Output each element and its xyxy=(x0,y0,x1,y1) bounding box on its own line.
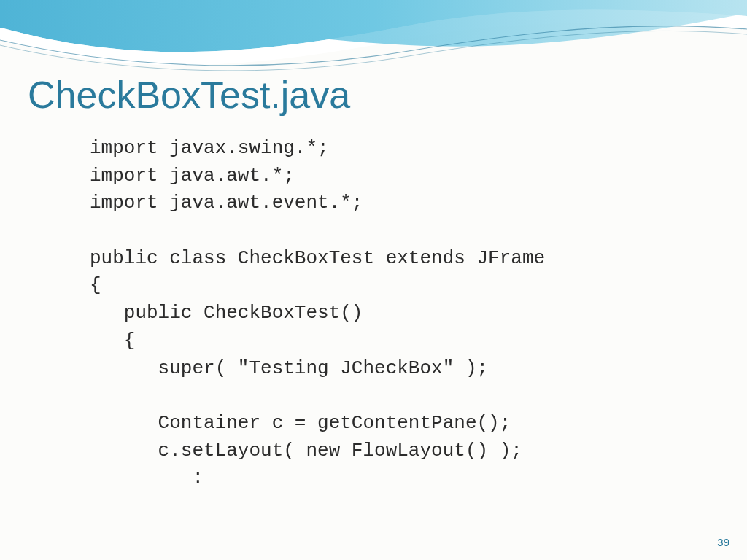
page-number: 39 xyxy=(717,536,729,548)
code-line: import java.awt.*; xyxy=(90,165,295,187)
code-line: : xyxy=(90,467,204,489)
code-line: c.setLayout( new FlowLayout() ); xyxy=(90,440,522,462)
code-line: public class CheckBoxTest extends JFrame xyxy=(90,247,545,269)
code-line: super( "Testing JCheckBox" ); xyxy=(90,357,488,379)
code-line: { xyxy=(90,274,101,296)
code-line: public CheckBoxTest() xyxy=(90,302,363,324)
code-line: import javax.swing.*; xyxy=(90,137,329,159)
code-line: { xyxy=(90,330,135,351)
code-block: import javax.swing.*; import java.awt.*;… xyxy=(90,135,545,492)
code-line: Container c = getContentPane(); xyxy=(90,412,511,434)
slide-title: CheckBoxTest.java xyxy=(28,73,350,117)
code-line: import java.awt.event.*; xyxy=(90,192,363,214)
